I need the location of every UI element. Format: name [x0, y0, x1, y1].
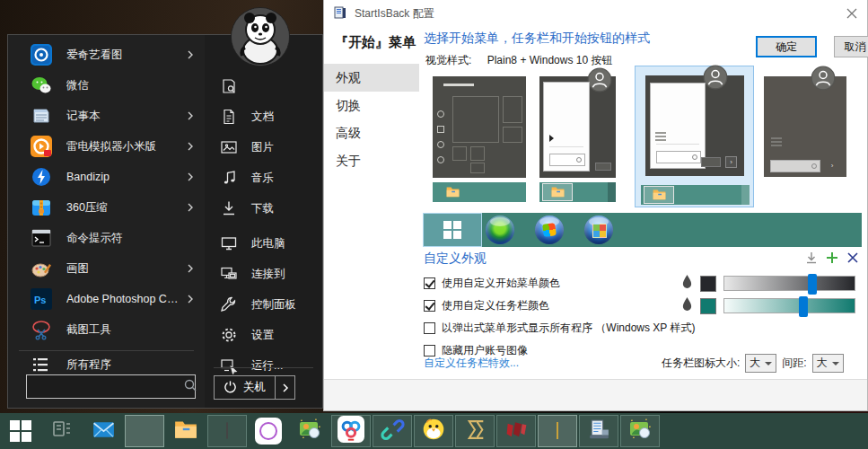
ok-button[interactable]: 确定 — [756, 36, 817, 57]
start-button[interactable] — [0, 413, 41, 449]
start-menu-search[interactable] — [26, 374, 196, 399]
page-title: 选择开始菜单，任务栏和开始按钮的样式 — [424, 31, 650, 47]
ring-app[interactable] — [248, 413, 289, 449]
orange-app[interactable] — [538, 415, 577, 447]
blue-circles-icon — [338, 416, 364, 446]
checkbox-row[interactable]: 以弹出式菜单形式显示所有程序 （Windows XP 样式) — [424, 317, 695, 339]
dropper-icon[interactable] — [681, 274, 693, 293]
user-icon — [703, 65, 728, 90]
checkbox[interactable] — [424, 322, 435, 334]
start-menu-item-cmd[interactable]: 命令提示符 — [8, 223, 205, 253]
gold-brackets-app[interactable] — [455, 415, 495, 447]
ldplayer[interactable] — [207, 415, 247, 447]
tile — [470, 146, 485, 161]
start-menu-item-notepad[interactable]: 记事本 — [8, 101, 205, 131]
start-menu-place-download[interactable]: 下载 — [205, 193, 322, 224]
checkbox-row[interactable]: 使用自定义任务栏颜色 — [424, 295, 695, 317]
start-menu-place-control-panel[interactable]: 控制面板 — [205, 289, 322, 320]
start-button-option-win8[interactable] — [584, 216, 613, 244]
start-menu-place-user-folder[interactable] — [205, 71, 322, 101]
photoshop-icon: Ps — [30, 287, 53, 311]
nav-item-高级[interactable]: 高级 — [324, 119, 419, 147]
nav-item-外观[interactable]: 外观 — [324, 64, 419, 92]
shutdown-options-chevron[interactable] — [275, 376, 294, 399]
start-menu-place-connect[interactable]: 连接到 — [205, 259, 322, 289]
close-button[interactable] — [837, 0, 867, 27]
add-color-button[interactable] — [826, 251, 838, 264]
photo-stars-icon — [627, 417, 653, 445]
start-menu-item-photoshop[interactable]: Ps Adobe Photoshop CC (64 Bit) — [8, 284, 205, 314]
all-programs-item[interactable]: 所有程序 — [8, 353, 205, 376]
nav-item-切换[interactable]: 切换 — [324, 92, 419, 119]
style-option-win10[interactable] — [433, 76, 526, 178]
cancel-button[interactable]: 取消 — [834, 36, 868, 57]
download-color-button[interactable] — [805, 251, 818, 264]
style-option-plain8-taskbar[interactable] — [641, 185, 750, 205]
checkbox[interactable] — [424, 300, 435, 312]
pinwheel-browser[interactable] — [125, 415, 164, 447]
remove-color-button[interactable] — [846, 251, 859, 264]
zip360-icon — [30, 196, 53, 219]
start-menu-color-slider[interactable] — [723, 276, 855, 291]
connect-icon — [219, 265, 239, 283]
red-arrows-icon — [504, 418, 529, 445]
spacing-dropdown[interactable]: 大 — [812, 354, 844, 373]
start-menu-item-iqiyi[interactable]: 爱奇艺看图 — [8, 40, 205, 70]
file-explorer[interactable] — [165, 413, 206, 449]
user-folder-icon — [219, 77, 239, 95]
style-option-transparent[interactable]: › — [764, 76, 846, 177]
server-list-app[interactable] — [579, 415, 618, 447]
item-label: 命令提示符 — [66, 231, 123, 246]
checkbox[interactable] — [424, 277, 435, 289]
nav-item-关于[interactable]: 关于 — [324, 147, 419, 175]
blue-circles-app[interactable] — [331, 415, 371, 447]
start-menu-item-zip360[interactable]: 360压缩 — [8, 192, 205, 223]
start-menu-item-snipping[interactable]: 截图工具 — [8, 314, 205, 345]
start-menu-place-picture[interactable]: 图片 — [205, 132, 322, 163]
start-button-option-win10[interactable] — [438, 216, 467, 244]
start-button-option-win7[interactable] — [535, 216, 564, 244]
start-menu-left-column: 爱奇艺看图 微信 记事本 雷电模拟器小米版 Bandizip 360压缩 命令提… — [8, 35, 205, 408]
red-arrows-app[interactable] — [496, 415, 536, 447]
start-menu-item-paint[interactable]: 画图 — [8, 253, 205, 284]
shutdown-button[interactable]: 关机 — [214, 375, 295, 400]
item-label: 此电脑 — [251, 236, 285, 251]
icon-size-dropdown[interactable]: 大 — [745, 354, 776, 373]
item-label: 360压缩 — [66, 200, 108, 216]
start-menu-place-document[interactable]: 文档 — [205, 101, 322, 132]
start-menu-color-swatch[interactable] — [700, 276, 716, 292]
start-menu-place-settings[interactable]: 设置 — [205, 320, 322, 350]
taskbar-effects-link[interactable]: 自定义任务栏特效... — [424, 356, 519, 371]
start-button-option-clover[interactable] — [486, 216, 514, 244]
photo-viewer-2[interactable] — [620, 415, 660, 447]
task-view[interactable] — [41, 413, 83, 449]
search-input[interactable] — [36, 380, 184, 394]
search-icon — [184, 379, 197, 395]
style-option-plain8[interactable]: › — [645, 75, 744, 176]
start-menu-item-bandizip[interactable]: Bandizip — [8, 162, 205, 192]
start-menu-place-music[interactable]: 音乐 — [205, 163, 322, 193]
style-option-win7-taskbar[interactable] — [539, 182, 616, 202]
checkbox-row[interactable]: 使用自定义开始菜单颜色 — [424, 272, 695, 295]
link-app[interactable] — [373, 415, 412, 447]
chick-app[interactable] — [414, 415, 453, 447]
slider-thumb[interactable] — [808, 274, 817, 295]
nav-header: 『开始』菜单 — [324, 27, 419, 64]
ring-icon — [255, 418, 282, 445]
user-avatar[interactable] — [231, 7, 290, 66]
start-menu-place-this-pc[interactable]: 此电脑 — [205, 228, 322, 259]
iqiyi-icon — [30, 43, 53, 66]
taskbar-color-slider[interactable] — [723, 298, 855, 313]
start-menu-item-ldplayer-app[interactable]: 雷电模拟器小米版 — [8, 131, 205, 162]
slider-thumb[interactable] — [799, 296, 808, 317]
start-menu-item-wechat[interactable]: 微信 — [8, 70, 205, 101]
style-option-win10-taskbar[interactable] — [433, 182, 526, 202]
dialog-titlebar[interactable]: StartIsBack 配置 — [324, 0, 867, 27]
user-icon — [811, 66, 836, 91]
mail[interactable] — [83, 413, 124, 449]
style-option-win7[interactable] — [539, 76, 616, 178]
folder-icon — [652, 188, 667, 205]
taskbar-color-swatch[interactable] — [700, 298, 716, 314]
photo-viewer[interactable] — [289, 413, 330, 449]
dropper-icon[interactable] — [681, 296, 693, 315]
